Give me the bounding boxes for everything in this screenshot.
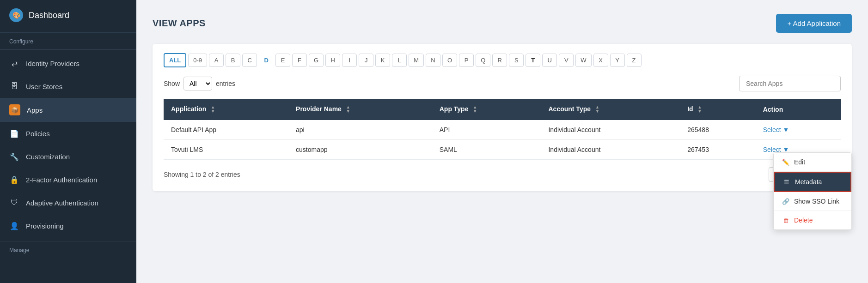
identity-providers-icon: ⇄ (9, 58, 19, 68)
alpha-btn-x[interactable]: X (593, 54, 608, 67)
edit-label: Edit (794, 158, 805, 166)
col-app-type: App Type ▲▼ (432, 99, 541, 120)
entries-label: entries (216, 80, 235, 87)
cell-id-2: 267453 (680, 140, 755, 160)
alpha-btn-h[interactable]: H (325, 54, 340, 67)
select-link-1[interactable]: Select ▼ (763, 126, 833, 133)
alpha-btn-j[interactable]: J (359, 54, 373, 67)
sort-icon-app-type[interactable]: ▲▼ (473, 105, 477, 114)
cell-account-type-1: Individual Account (541, 120, 680, 140)
user-stores-icon: 🗄 (9, 81, 19, 91)
cell-app-type-1: API (432, 120, 541, 140)
alpha-btn-e[interactable]: E (275, 54, 290, 67)
sidebar-item-customization[interactable]: 🔧 Customization (0, 145, 136, 168)
metadata-label: Metadata (795, 178, 822, 186)
sidebar-item-user-stores[interactable]: 🗄 User Stores (0, 75, 136, 98)
table-row: Default API App api API Individual Accou… (164, 120, 841, 140)
alpha-btn-i[interactable]: I (342, 54, 357, 67)
add-application-button[interactable]: + Add Application (776, 14, 852, 33)
alpha-btn-g[interactable]: G (309, 54, 324, 67)
alpha-btn-n[interactable]: N (426, 54, 440, 67)
sidebar-item-provisioning[interactable]: 👤 Provisioning (0, 214, 136, 237)
alpha-btn-s[interactable]: S (509, 54, 524, 67)
sso-link-icon: 🔗 (782, 198, 789, 205)
sidebar-item-identity-providers[interactable]: ⇄ Identity Providers (0, 52, 136, 75)
delete-label: Delete (794, 217, 813, 224)
alpha-btn-b[interactable]: B (226, 54, 240, 67)
alpha-btn-m[interactable]: M (409, 54, 424, 67)
alpha-btn-u[interactable]: U (542, 54, 557, 67)
customization-icon: 🔧 (9, 151, 19, 162)
delete-icon: 🗑 (782, 217, 789, 224)
sidebar-item-adaptive-auth[interactable]: 🛡 Adaptive Authentication (0, 191, 136, 214)
controls-row: Show All 10 25 50 100 entries (164, 76, 841, 91)
alpha-btn-q[interactable]: Q (476, 54, 490, 67)
sidebar-item-label: Adaptive Authentication (26, 199, 98, 207)
alpha-btn-all[interactable]: ALL (164, 53, 186, 67)
alpha-btn-y[interactable]: Y (610, 54, 625, 67)
policies-icon: 📄 (9, 128, 19, 138)
main-content: VIEW APPS + Add Application ALL 0-9 A B … (136, 0, 868, 283)
sort-icon-account-type[interactable]: ▲▼ (595, 105, 599, 114)
sidebar: 🎨 Dashboard Configure ⇄ Identity Provide… (0, 0, 136, 283)
sidebar-item-2fa[interactable]: 🔒 2-Factor Authentication (0, 168, 136, 191)
sidebar-item-label: Provisioning (26, 222, 64, 230)
col-action: Action (756, 99, 841, 120)
sidebar-item-label: 2-Factor Authentication (26, 176, 97, 184)
sidebar-item-label: Policies (26, 130, 50, 138)
cell-account-type-2: Individual Account (541, 140, 680, 160)
alpha-btn-v[interactable]: V (559, 54, 574, 67)
manage-section-label: Manage (0, 243, 136, 256)
dashboard-icon: 🎨 (9, 8, 23, 22)
filter-panel: ALL 0-9 A B C D E F G H I J K L M N O P … (153, 44, 852, 191)
alpha-btn-a[interactable]: A (209, 54, 224, 67)
showing-text: Showing 1 to 2 of 2 entries (164, 171, 240, 178)
alphabet-filter: ALL 0-9 A B C D E F G H I J K L M N O P … (164, 53, 841, 67)
cell-id-1: 265488 (680, 120, 755, 140)
apps-table: Application ▲▼ Provider Name ▲▼ App Type… (164, 99, 841, 160)
cell-application-2: Tovuti LMS (164, 140, 288, 160)
sidebar-item-label: Customization (26, 153, 70, 161)
apps-icon: 📦 (9, 104, 20, 115)
alpha-btn-z[interactable]: Z (627, 54, 642, 67)
sidebar-item-apps[interactable]: 📦 Apps (0, 98, 136, 122)
alpha-btn-o[interactable]: O (442, 54, 457, 67)
alpha-btn-f[interactable]: F (292, 54, 307, 67)
dropdown-delete[interactable]: 🗑 Delete (774, 211, 851, 229)
2fa-icon: 🔒 (9, 175, 19, 185)
alpha-btn-d[interactable]: D (259, 54, 274, 67)
edit-icon: ✏️ (782, 159, 789, 166)
alpha-btn-09[interactable]: 0-9 (188, 54, 207, 67)
sort-icon-id[interactable]: ▲▼ (698, 105, 702, 114)
cell-provider-2: customapp (288, 140, 432, 160)
alpha-btn-l[interactable]: L (392, 54, 407, 67)
alpha-btn-t[interactable]: T (526, 54, 540, 67)
col-provider-name: Provider Name ▲▼ (288, 99, 432, 120)
page-title: VIEW APPS (153, 18, 206, 29)
cell-action-1: Select ▼ (756, 120, 841, 140)
alpha-btn-p[interactable]: P (459, 54, 474, 67)
sort-icon-application[interactable]: ▲▼ (211, 105, 215, 114)
alpha-btn-k[interactable]: K (375, 54, 390, 67)
col-account-type: Account Type ▲▼ (541, 99, 680, 120)
alpha-btn-r[interactable]: R (492, 54, 507, 67)
adaptive-auth-icon: 🛡 (9, 198, 19, 208)
table-header-row: Application ▲▼ Provider Name ▲▼ App Type… (164, 99, 841, 120)
alpha-btn-c[interactable]: C (242, 54, 257, 67)
dropdown-sso-link[interactable]: 🔗 Show SSO Link (774, 192, 851, 211)
col-id: Id ▲▼ (680, 99, 755, 120)
dropdown-metadata[interactable]: ☰ Metadata (774, 172, 851, 192)
top-bar: VIEW APPS + Add Application (153, 14, 852, 33)
col-application: Application ▲▼ (164, 99, 288, 120)
action-dropdown-menu: ✏️ Edit ☰ Metadata 🔗 Show SSO Link 🗑 Del… (773, 152, 852, 230)
entries-select[interactable]: All 10 25 50 100 (183, 77, 212, 90)
alpha-btn-w[interactable]: W (575, 54, 591, 67)
sidebar-item-label: User Stores (26, 83, 62, 90)
sort-icon-provider[interactable]: ▲▼ (346, 105, 350, 114)
sidebar-item-policies[interactable]: 📄 Policies (0, 122, 136, 145)
sidebar-header[interactable]: 🎨 Dashboard (0, 0, 136, 30)
search-input[interactable] (739, 76, 841, 91)
metadata-icon: ☰ (783, 179, 790, 186)
dropdown-edit[interactable]: ✏️ Edit (774, 153, 851, 172)
dashboard-label: Dashboard (29, 11, 69, 20)
